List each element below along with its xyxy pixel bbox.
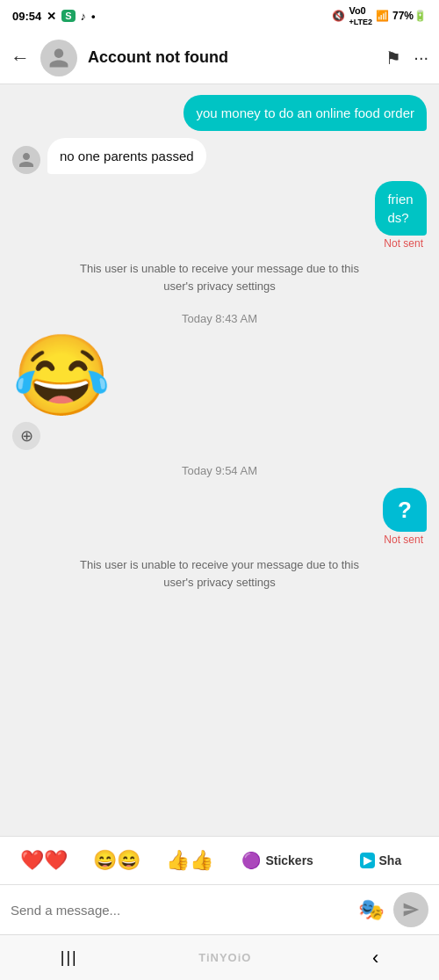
status-mute-icon: 🔇 <box>332 10 345 22</box>
thumbsup-reaction-button[interactable]: 👍👍 <box>155 844 224 877</box>
status-dot: • <box>91 10 96 23</box>
sent-bubble: friends? <box>375 181 427 236</box>
message-row: no one parents passed <box>12 138 427 174</box>
privacy-notice: This user is unable to receive your mess… <box>79 260 360 294</box>
stickers-label: Stickers <box>265 853 313 867</box>
status-time: 09:54 <box>12 10 41 23</box>
contact-avatar <box>40 40 77 76</box>
quick-reactions-bar: ❤️❤️ 😄😄 👍👍 🟣 Stickers ▶ Sha <box>0 836 439 884</box>
more-options-icon[interactable]: ··· <box>414 47 428 68</box>
stickers-button[interactable]: 🟣 Stickers <box>228 846 327 875</box>
status-signal: Vo0+LTE2 <box>349 5 372 26</box>
message-input[interactable] <box>11 903 349 918</box>
status-wifi: 📶 <box>376 10 389 22</box>
status-right: 🔇 Vo0+LTE2 📶 77%🔋 <box>332 5 427 26</box>
status-battery: 77%🔋 <box>392 10 427 22</box>
emoji-picker-button[interactable]: 🎭 <box>358 897 385 922</box>
sent-bubble: you money to do an online food order <box>184 95 427 131</box>
not-sent-label: Not sent <box>384 534 427 546</box>
hearts-reaction-button[interactable]: ❤️❤️ <box>9 844 78 877</box>
nav-menu-icon[interactable]: ||| <box>61 948 78 967</box>
sent-message-group: friends? Not sent <box>12 181 427 250</box>
chat-header: ← Account not found ⚑ ··· <box>0 32 439 84</box>
share-button[interactable]: ▶ Sha <box>331 847 430 874</box>
received-avatar <box>12 146 40 174</box>
flag-icon[interactable]: ⚑ <box>385 47 401 69</box>
message-input-bar: 🎭 <box>0 884 439 934</box>
status-bar: 09:54 ✕ S ♪ • 🔇 Vo0+LTE2 📶 77%🔋 <box>0 0 439 32</box>
bottom-navigation: ||| TiNYOiO ‹ <box>0 934 439 980</box>
message-row: you money to do an online food order <box>12 95 427 131</box>
time-divider: Today 9:54 AM <box>12 464 427 477</box>
brand-logo: TiNYOiO <box>198 951 251 964</box>
time-divider: Today 8:43 AM <box>12 312 427 325</box>
share-icon: ▶ <box>360 853 375 868</box>
emoji-message: 😂 <box>12 336 111 415</box>
not-sent-label: Not sent <box>384 237 427 250</box>
message-row: friends? <box>356 181 427 236</box>
message-row: ? <box>383 488 427 532</box>
add-reaction-button[interactable]: ⊕ <box>12 422 40 450</box>
share-label: Sha <box>379 853 402 867</box>
privacy-notice: This user is unable to receive your mess… <box>79 556 360 591</box>
sent-question-group: ? Not sent <box>12 488 427 546</box>
question-bubble: ? <box>383 488 427 532</box>
status-left: 09:54 ✕ S ♪ • <box>12 10 96 23</box>
received-bubble: no one parents passed <box>47 138 206 174</box>
back-button[interactable]: ← <box>11 47 30 69</box>
sticker-icon: 🟣 <box>241 851 261 870</box>
chat-area: you money to do an online food order no … <box>0 84 439 836</box>
laugh-reaction-button[interactable]: 😄😄 <box>82 844 151 877</box>
header-actions: ⚑ ··· <box>385 47 428 69</box>
send-button[interactable] <box>393 892 428 927</box>
status-s-icon: S <box>61 10 75 22</box>
status-x-icon: ✕ <box>47 10 56 23</box>
contact-name: Account not found <box>88 48 375 67</box>
emoji-message-row: 😂 ⊕ <box>12 336 427 450</box>
nav-back-icon[interactable]: ‹ <box>372 947 378 969</box>
status-music-icon: ♪ <box>81 10 87 23</box>
